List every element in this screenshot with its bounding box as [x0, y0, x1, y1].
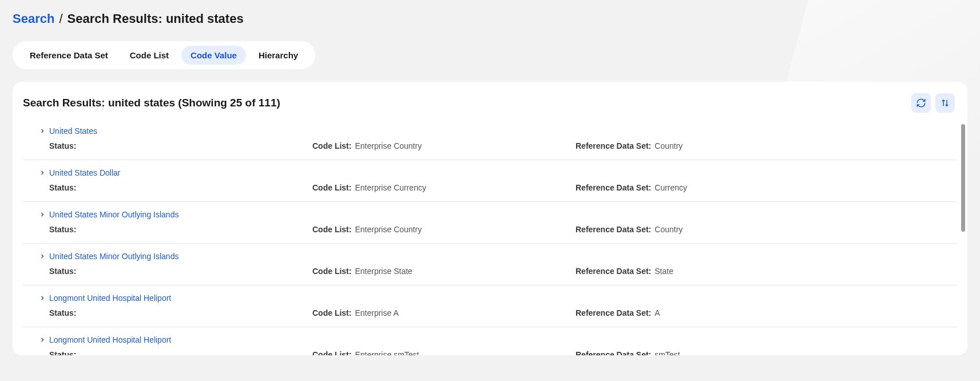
- tab-code-list[interactable]: Code List: [121, 46, 178, 65]
- result-link[interactable]: United States Minor Outlying Islands: [49, 210, 178, 219]
- result-row: Longmont United Hospital Heliport Status…: [23, 327, 957, 355]
- status-label: Status:: [49, 141, 76, 150]
- scrollbar-thumb[interactable]: [961, 124, 965, 232]
- refdataset-label: Reference Data Set:: [576, 183, 651, 192]
- breadcrumb: Search / Search Results: united states: [13, 11, 967, 26]
- codelist-value: Enterprise Country: [355, 141, 422, 150]
- tab-hierarchy[interactable]: Hierarchy: [249, 46, 307, 65]
- result-row: United States Minor Outlying Islands Sta…: [23, 244, 957, 285]
- result-link[interactable]: United States Dollar: [49, 168, 121, 177]
- codelist-label: Code List:: [312, 141, 351, 150]
- results-panel: Search Results: united states (Showing 2…: [13, 82, 967, 355]
- status-label: Status:: [49, 225, 76, 234]
- refdataset-value: smTest: [654, 350, 680, 355]
- result-expand-toggle[interactable]: United States Minor Outlying Islands: [39, 210, 957, 219]
- refdataset-label: Reference Data Set:: [576, 267, 651, 276]
- refdataset-value: Country: [654, 225, 683, 234]
- result-expand-toggle[interactable]: Longmont United Hospital Heliport: [39, 293, 957, 303]
- result-row: United States Status: Code List:Enterpri…: [23, 123, 957, 160]
- codelist-label: Code List:: [312, 350, 351, 355]
- tab-bar: Reference Data Set Code List Code Value …: [13, 41, 315, 69]
- refresh-button[interactable]: [911, 93, 931, 113]
- breadcrumb-current: Search Results: united states: [68, 11, 244, 26]
- refdataset-value: Currency: [654, 183, 687, 192]
- sort-icon: [940, 98, 950, 108]
- codelist-value: Enterprise Currency: [355, 183, 426, 192]
- result-expand-toggle[interactable]: United States Dollar: [39, 168, 957, 177]
- result-link[interactable]: Longmont United Hospital Heliport: [49, 293, 171, 303]
- sort-button[interactable]: [935, 93, 955, 113]
- chevron-right-icon: [39, 128, 46, 134]
- status-label: Status:: [49, 308, 76, 318]
- result-link[interactable]: Longmont United Hospital Heliport: [49, 335, 171, 344]
- breadcrumb-separator: /: [59, 11, 62, 26]
- tab-code-value[interactable]: Code Value: [181, 46, 246, 65]
- panel-title: Search Results: united states (Showing 2…: [23, 97, 280, 109]
- codelist-label: Code List:: [312, 225, 351, 234]
- result-row: Longmont United Hospital Heliport Status…: [23, 285, 957, 327]
- chevron-right-icon: [39, 336, 46, 343]
- result-row: United States Minor Outlying Islands Sta…: [23, 202, 957, 244]
- chevron-right-icon: [39, 295, 46, 301]
- refdataset-label: Reference Data Set:: [576, 350, 651, 355]
- codelist-value: Enterprise Country: [355, 225, 422, 234]
- refresh-icon: [916, 98, 926, 108]
- panel-actions: [911, 93, 955, 113]
- tab-reference-data-set[interactable]: Reference Data Set: [21, 46, 117, 65]
- status-label: Status:: [49, 183, 76, 192]
- chevron-right-icon: [39, 253, 46, 260]
- refdataset-label: Reference Data Set:: [576, 308, 651, 318]
- codelist-label: Code List:: [312, 267, 351, 276]
- result-expand-toggle[interactable]: Longmont United Hospital Heliport: [39, 335, 957, 344]
- refdataset-value: Country: [654, 141, 683, 150]
- result-expand-toggle[interactable]: United States: [39, 126, 957, 136]
- chevron-right-icon: [39, 211, 46, 218]
- status-label: Status:: [49, 267, 76, 276]
- chevron-right-icon: [39, 169, 46, 176]
- refdataset-value: State: [654, 267, 673, 276]
- codelist-label: Code List:: [312, 183, 351, 192]
- result-link[interactable]: United States: [49, 126, 97, 136]
- refdataset-label: Reference Data Set:: [576, 141, 651, 150]
- breadcrumb-root-link[interactable]: Search: [13, 11, 54, 26]
- results-list: United States Status: Code List:Enterpri…: [13, 123, 967, 355]
- status-label: Status:: [49, 350, 76, 355]
- codelist-value: Enterprise A: [355, 308, 398, 318]
- codelist-value: Enterprise State: [355, 267, 412, 276]
- result-expand-toggle[interactable]: United States Minor Outlying Islands: [39, 252, 957, 261]
- result-link[interactable]: United States Minor Outlying Islands: [49, 252, 178, 261]
- result-row: United States Dollar Status: Code List:E…: [23, 160, 957, 202]
- codelist-label: Code List:: [312, 308, 351, 318]
- codelist-value: Enterprise smTest: [355, 350, 419, 355]
- refdataset-value: A: [654, 308, 660, 318]
- refdataset-label: Reference Data Set:: [576, 225, 651, 234]
